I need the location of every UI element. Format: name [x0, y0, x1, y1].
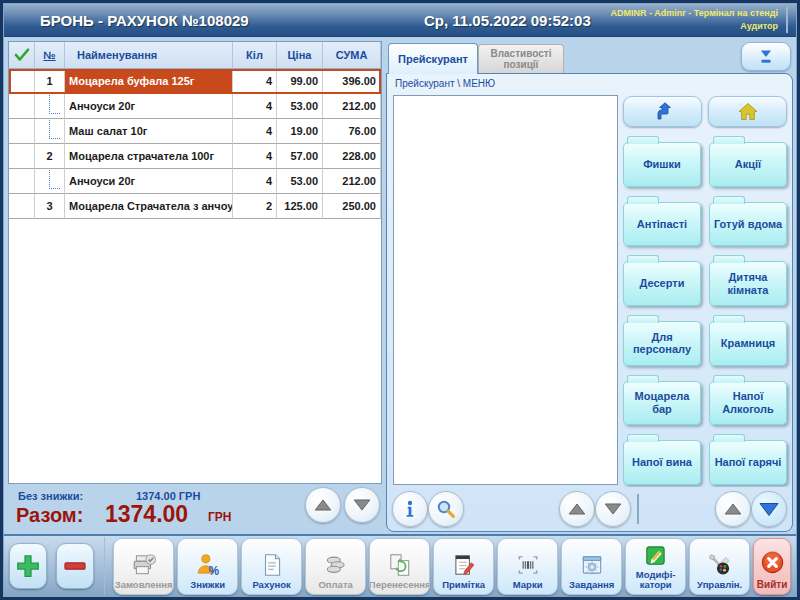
user-role: Аудитор	[611, 20, 778, 33]
category-folder-button[interactable]: Акції	[709, 142, 787, 187]
datetime: Ср, 11.05.2022 09:52:03	[424, 12, 591, 29]
category-folder-button[interactable]: Для персоналу	[623, 321, 701, 366]
tree-connector-icon	[49, 170, 60, 189]
user-terminal: ADMINR - Adminr - Термінал на стенді	[611, 7, 778, 20]
category-folder-button[interactable]: Фишки	[623, 142, 701, 187]
category-folder-button[interactable]: Напої вина	[623, 440, 701, 485]
toolbar-divider	[104, 537, 105, 595]
info-button[interactable]	[392, 491, 428, 527]
pricelist-panel: Прейскурант Властивості позиції Прейскур…	[386, 41, 793, 532]
category-label: Напої вина	[632, 456, 692, 469]
toolbar-button[interactable]: Управлін.	[689, 538, 750, 595]
order-title: БРОНЬ - РАХУНОК №108029	[40, 12, 249, 29]
column-header-sum: СУМА	[323, 42, 381, 68]
toolbar-button-label: Перенесення	[369, 580, 430, 590]
category-folder-button[interactable]: Крамниця	[709, 321, 787, 366]
category-folder-button[interactable]: Дитяча кімната	[709, 261, 787, 306]
select-all-checkmark-icon[interactable]	[9, 42, 35, 68]
add-item-button[interactable]	[9, 543, 47, 589]
category-folder-button[interactable]: Моцарела бар	[623, 381, 701, 426]
pos-window: БРОНЬ - РАХУНОК №108029 Ср, 11.05.2022 0…	[0, 0, 800, 600]
toolbar-button[interactable]: Рахунок	[241, 538, 302, 595]
collapse-icon	[754, 46, 778, 68]
category-label: Моцарела бар	[626, 390, 698, 415]
category-label: Дитяча кімната	[712, 271, 784, 296]
table-row[interactable]: 2Моцарела страчатела 100г457.00228.00	[9, 144, 381, 169]
exit-button[interactable]: Вийти	[753, 538, 791, 595]
user-info: ADMINR - Adminr - Термінал на стенді Ауд…	[611, 7, 788, 33]
category-folder-button[interactable]: Готуй вдома	[709, 202, 787, 247]
categories-scroll-up-button[interactable]	[715, 491, 751, 527]
info-icon	[399, 498, 421, 520]
svg-text:%: %	[208, 564, 219, 578]
invoice-document-icon	[259, 551, 285, 579]
category-label: Для персоналу	[626, 331, 698, 356]
search-button[interactable]	[428, 491, 464, 527]
table-row[interactable]: Анчоуси 20г453.00212.00	[9, 94, 381, 119]
toolbar-button-label: Знижки	[190, 580, 225, 590]
list-scroll-down-button[interactable]	[595, 491, 631, 527]
toolbar-button[interactable]: Перенесення	[369, 538, 430, 595]
category-grid: ФишкиАкціїАнтіпастіГотуй вдомаДесертиДит…	[623, 127, 787, 485]
table-row[interactable]: 1Моцарела буфала 125г499.00396.00	[9, 69, 381, 94]
coins-icon	[323, 551, 349, 579]
toolbar-button[interactable]: %Знижки	[177, 538, 238, 595]
toolbar-button[interactable]: Модифі- катори	[625, 538, 686, 595]
minus-icon	[60, 551, 90, 581]
nav-home-button[interactable]	[708, 96, 787, 127]
total-label: Разом:	[16, 504, 83, 527]
nav-up-level-button[interactable]	[623, 96, 702, 127]
category-folder-button[interactable]: Антіпасті	[623, 202, 701, 247]
table-row[interactable]: 3Моцарела Страчатела з анчоусами2125.002…	[9, 194, 381, 219]
home-icon	[736, 100, 760, 124]
tools-palette-icon	[707, 551, 733, 579]
totals-bar: Без знижки: 1374.00 ГРН Разом: 1374.00 Г…	[8, 484, 382, 532]
search-icon	[434, 497, 458, 521]
toolbar-button[interactable]: Завдання	[561, 538, 622, 595]
modifier-pencil-icon	[643, 541, 669, 569]
category-label: Напої Алкоголь	[712, 390, 784, 415]
list-scroll-up-button[interactable]	[559, 491, 595, 527]
exit-label: Вийти	[757, 579, 788, 590]
window-gear-icon	[579, 551, 605, 579]
pricelist-bottom-bar	[387, 487, 792, 531]
table-row[interactable]: Анчоуси 20г453.00212.00	[9, 169, 381, 194]
collapse-panel-button[interactable]	[741, 42, 791, 71]
bottom-bar-divider	[637, 494, 639, 524]
toolbar-button[interactable]: Примітка	[433, 538, 494, 595]
total-value: 1374.00	[105, 501, 188, 528]
category-folder-button[interactable]: Напої Алкоголь	[709, 381, 787, 426]
table-row[interactable]: Маш салат 10г419.0076.00	[9, 119, 381, 144]
category-label: Напої гарячі	[715, 456, 782, 469]
no-discount-label: Без знижки:	[18, 490, 83, 502]
category-label: Крамниця	[721, 337, 775, 350]
pricelist-body: Прейскурант \ МЕНЮ	[386, 73, 793, 532]
toolbar-button[interactable]: Замовлення	[113, 538, 174, 595]
tab-item-properties[interactable]: Властивості позиції	[478, 44, 564, 73]
category-folder-button[interactable]: Напої гарячі	[709, 440, 787, 485]
toolbar-button-label: Рахунок	[252, 580, 290, 590]
tabs-row: Прейскурант Властивості позиції	[386, 41, 793, 73]
tab-pricelist[interactable]: Прейскурант	[388, 43, 478, 74]
column-header-qty: Кіл	[233, 42, 277, 68]
category-label: Антіпасті	[637, 218, 687, 231]
breadcrumb: Прейскурант \ МЕНЮ	[387, 74, 792, 93]
column-header-price: Ціна	[277, 42, 323, 68]
category-label: Фишки	[643, 158, 681, 171]
category-label: Десерти	[640, 277, 685, 290]
categories-panel: ФишкиАкціїАнтіпастіГотуй вдомаДесертиДит…	[623, 95, 789, 485]
person-percent-icon: %	[195, 551, 221, 579]
toolbar-button[interactable]: Марки	[497, 538, 558, 595]
categories-scroll-down-button[interactable]	[751, 491, 787, 527]
column-header-name: Найменування	[65, 42, 233, 68]
remove-item-button[interactable]	[56, 543, 94, 589]
toolbar-button[interactable]: Оплата	[305, 538, 366, 595]
order-scroll-up-button[interactable]	[305, 487, 341, 523]
order-table-header: № Найменування Кіл Ціна СУМА	[9, 42, 381, 69]
pricelist-items-area[interactable]	[393, 95, 618, 485]
transfer-documents-icon	[387, 551, 413, 579]
order-scroll-down-button[interactable]	[344, 487, 380, 523]
column-header-num: №	[35, 42, 65, 68]
category-folder-button[interactable]: Десерти	[623, 261, 701, 306]
toolbar-buttons: Замовлення%ЗнижкиРахунокОплатаПеренесенн…	[113, 538, 750, 595]
